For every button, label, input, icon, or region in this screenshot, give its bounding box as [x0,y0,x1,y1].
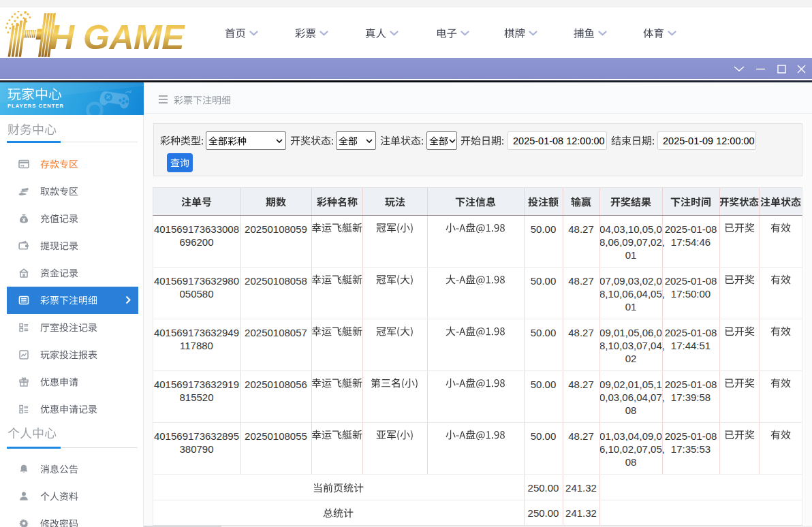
svg-text:H GAME: H GAME [50,18,185,57]
